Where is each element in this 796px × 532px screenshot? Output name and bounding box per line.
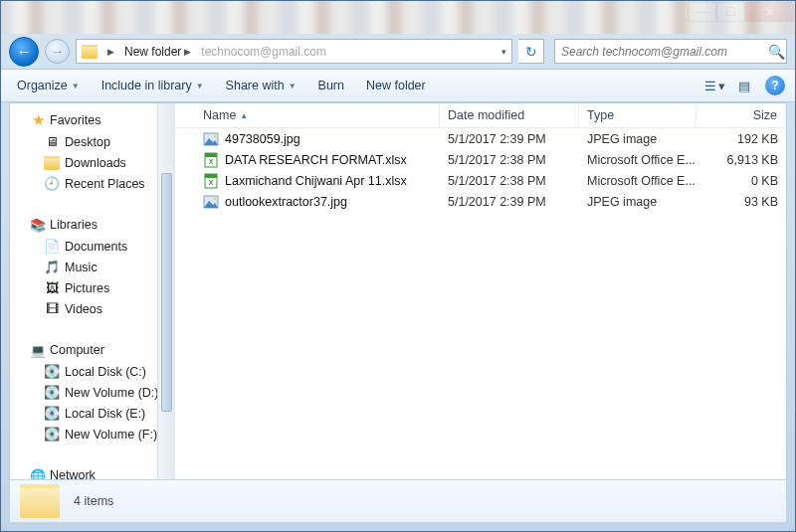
file-size: 93 KB [696,195,786,209]
file-size: 192 KB [696,132,786,146]
back-button[interactable]: ← [9,37,39,67]
file-name: outlookextractor37.jpg [225,195,347,209]
excel-file-icon: X [203,152,219,168]
drive-icon: 💽 [44,385,60,401]
pictures-icon: 🖼 [44,280,60,296]
item-count-label: 4 items [74,494,113,508]
computer-header[interactable]: ▷ 💻 Computer [10,339,174,361]
nav-item-downloads[interactable]: Downloads [10,152,174,173]
file-size: 6,913 KB [696,153,786,167]
breadcrumb-dropdown[interactable]: ▾ [497,40,511,63]
drive-icon: 💽 [44,406,60,422]
file-date: 5/1/2017 2:39 PM [440,132,579,146]
preview-pane-button[interactable]: ▤ [729,74,759,97]
new-folder-button[interactable]: New folder [360,74,432,97]
file-row[interactable]: XDATA RESEARCH FORMAT.xlsx5/1/2017 2:38 … [175,149,786,170]
nav-item-pictures[interactable]: 🖼Pictures [10,277,174,298]
downloads-icon [44,155,60,171]
recent-icon: 🕘 [44,176,60,192]
search-box[interactable]: 🔍 [554,39,787,64]
favorites-header[interactable]: ▷ ★ Favorites [10,109,174,131]
file-type: JPEG image [579,132,696,146]
navigation-pane: ▷ ★ Favorites 🖥Desktop Downloads 🕘Recent… [10,103,175,479]
breadcrumb-root[interactable]: ▶ [102,40,119,63]
nav-item-desktop[interactable]: 🖥Desktop [10,131,174,152]
file-rows: 49738059.jpg5/1/2017 2:39 PMJPEG image19… [175,128,786,212]
file-type: Microsoft Office E... [579,174,696,188]
details-pane: 4 items [9,479,787,523]
search-icon: 🔍 [766,44,786,60]
drive-icon: 💽 [44,427,60,443]
column-header-date[interactable]: Date modified [440,104,579,126]
music-icon: 🎵 [44,260,60,275]
column-header-name[interactable]: Name▲ [195,104,440,126]
content-area: ▷ ★ Favorites 🖥Desktop Downloads 🕘Recent… [9,102,787,480]
refresh-icon: ↻ [525,44,537,60]
file-row[interactable]: outlookextractor37.jpg5/1/2017 2:39 PMJP… [175,191,786,212]
network-header[interactable]: ▷ 🌐 Network [10,464,174,479]
blurred-ribbon-background [1,1,795,34]
file-date: 5/1/2017 2:39 PM [440,195,579,209]
view-options-button[interactable]: ☰▾ [699,74,729,97]
nav-item-videos[interactable]: 🎞Videos [10,298,174,319]
file-list-pane: Name▲ Date modified Type Size 49738059.j… [175,103,786,479]
burn-button[interactable]: Burn [312,74,350,97]
star-icon: ★ [30,112,46,128]
nav-item-music[interactable]: 🎵Music [10,257,174,277]
chevron-down-icon: ▾ [718,79,725,93]
image-file-icon [203,131,219,147]
drive-icon: 💽 [44,364,60,380]
nav-scrollbar[interactable] [157,103,174,479]
documents-icon: 📄 [44,239,60,255]
image-file-icon [203,194,219,210]
sort-asc-icon: ▲ [240,111,248,120]
svg-text:X: X [209,179,214,186]
column-header-size[interactable]: Size [696,104,786,126]
desktop-icon: 🖥 [44,134,60,150]
svg-point-11 [214,197,217,200]
nav-item-drive-f[interactable]: 💽New Volume (F:) [10,424,174,444]
chevron-down-icon: ▼ [72,82,80,90]
file-date: 5/1/2017 2:38 PM [440,153,579,167]
include-in-library-menu[interactable]: Include in library▼ [96,74,210,97]
file-name: Laxmichand Chijwani Apr 11.xlsx [225,174,407,188]
address-bar[interactable]: ▶ New folder ▶ technocom@gmail.com ▾ [76,39,512,64]
share-with-menu[interactable]: Share with▼ [220,74,302,97]
excel-file-icon: X [203,173,219,189]
arrow-left-icon: ← [17,44,32,59]
arrow-right-icon: → [51,45,64,58]
nav-item-documents[interactable]: 📄Documents [10,236,174,257]
svg-rect-7 [205,174,217,178]
breadcrumb-label: New folder [124,45,181,59]
help-button[interactable]: ? [765,76,785,95]
file-type: Microsoft Office E... [579,153,696,167]
command-bar: Organize▼ Include in library▼ Share with… [1,69,795,102]
preview-pane-icon: ▤ [738,79,750,93]
computer-icon: 💻 [30,342,46,358]
file-type: JPEG image [579,195,696,209]
file-row[interactable]: XLaxmichand Chijwani Apr 11.xlsx5/1/2017… [175,170,786,191]
nav-item-recent[interactable]: 🕘Recent Places [10,173,174,194]
search-input[interactable] [555,45,766,59]
file-name: 49738059.jpg [225,132,300,146]
breadcrumb-item[interactable]: technocom@gmail.com [196,40,331,63]
chevron-down-icon: ▼ [289,82,297,90]
forward-button[interactable]: → [45,39,70,64]
breadcrumb-item[interactable]: New folder ▶ [119,40,196,63]
file-name: DATA RESEARCH FORMAT.xlsx [225,153,407,167]
nav-item-drive-e[interactable]: 💽Local Disk (E:) [10,403,174,424]
refresh-button[interactable]: ↻ [518,39,544,64]
nav-item-drive-d[interactable]: 💽New Volume (D:) [10,382,174,403]
organize-menu[interactable]: Organize▼ [11,74,86,97]
breadcrumb-label: technocom@gmail.com [201,45,326,59]
libraries-header[interactable]: ▷ 📚 Libraries [10,214,174,236]
column-header-type[interactable]: Type [579,104,696,126]
nav-item-drive-c[interactable]: 💽Local Disk (C:) [10,361,174,382]
svg-point-2 [214,134,217,137]
file-date: 5/1/2017 2:38 PM [440,174,579,188]
file-row[interactable]: 49738059.jpg5/1/2017 2:39 PMJPEG image19… [175,128,786,149]
libraries-icon: 📚 [30,217,46,233]
svg-rect-4 [205,153,217,157]
scrollbar-thumb[interactable] [161,173,172,412]
svg-text:X: X [209,158,214,165]
